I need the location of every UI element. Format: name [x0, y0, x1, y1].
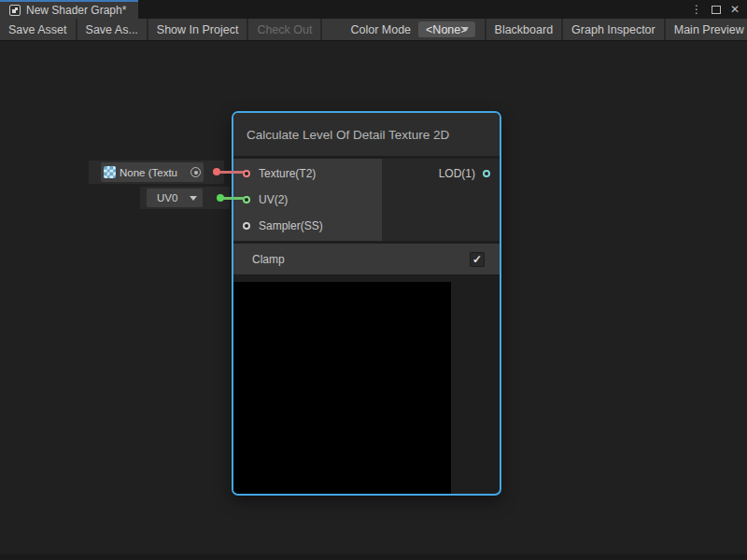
port-label: Sampler(SS)	[259, 219, 323, 232]
object-picker-icon[interactable]	[190, 167, 201, 177]
maximize-icon[interactable]	[712, 6, 721, 14]
clamp-checkbox[interactable]: ✓	[470, 252, 485, 267]
shader-graph-toolbar: Save Asset Save As... Show In Project Ch…	[0, 19, 747, 41]
node-divider	[233, 274, 500, 282]
tab-title: New Shader Graph*	[26, 4, 126, 17]
close-icon[interactable]: ✕	[730, 4, 740, 15]
port-row-sampler[interactable]: Sampler(SS)	[233, 213, 382, 239]
texture-field-value: None (Textu	[120, 167, 189, 178]
clamp-label: Clamp	[233, 253, 285, 266]
node-preview-area	[233, 282, 500, 494]
save-asset-button[interactable]: Save Asset	[0, 19, 76, 40]
shader-graph-asset-icon	[9, 5, 21, 16]
texture-object-field[interactable]: None (Textu	[101, 162, 204, 182]
uv-dropdown-value: UV0	[157, 192, 177, 203]
clamp-setting-row: Clamp ✓	[233, 244, 500, 274]
texture-connection-wire[interactable]	[219, 171, 244, 174]
port-row-uv[interactable]: UV(2)	[233, 187, 382, 213]
node-ports: Texture(T2) UV(2) Sampler(SS) LOD(1)	[233, 159, 500, 241]
port-row-texture[interactable]: Texture(T2)	[233, 161, 382, 187]
window-bottom-edge	[0, 554, 747, 560]
window-controls: ⋮ ✕	[691, 0, 747, 19]
chevron-down-icon	[461, 27, 469, 32]
uv-connection-wire[interactable]	[223, 197, 245, 200]
graph-inspector-toggle-button[interactable]: Graph Inspector	[563, 19, 664, 40]
tab-new-shader-graph[interactable]: New Shader Graph*	[0, 0, 138, 19]
output-ports: LOD(1)	[382, 159, 500, 241]
show-in-project-button[interactable]: Show In Project	[148, 19, 247, 40]
input-ports: Texture(T2) UV(2) Sampler(SS)	[233, 159, 382, 241]
input-port-sampler[interactable]	[243, 222, 250, 230]
color-mode-dropdown[interactable]: <None>	[418, 21, 474, 37]
chevron-down-icon	[190, 196, 197, 201]
output-port-lod[interactable]	[483, 170, 490, 177]
window-menu-icon[interactable]: ⋮	[691, 4, 702, 15]
blackboard-toggle-button[interactable]: Blackboard	[486, 19, 562, 40]
node-preview-margin	[451, 282, 500, 494]
window-titlebar: New Shader Graph* ⋮ ✕	[0, 0, 747, 19]
save-as-button[interactable]: Save As...	[78, 19, 147, 40]
main-preview-toggle-button[interactable]: Main Preview	[666, 19, 747, 40]
check-out-button: Check Out	[248, 19, 320, 40]
node-calculate-lod-texture2d[interactable]: Calculate Level Of Detail Texture 2D Tex…	[232, 111, 501, 496]
port-label: LOD(1)	[439, 167, 475, 180]
uv-channel-dropdown[interactable]: UV0	[147, 189, 203, 207]
node-preview-image	[233, 282, 451, 494]
texture-inline-widget: None (Textu	[89, 161, 224, 184]
node-title[interactable]: Calculate Level Of Detail Texture 2D	[233, 113, 500, 156]
texture-thumbnail-icon	[104, 166, 116, 178]
port-row-lod[interactable]: LOD(1)	[382, 161, 500, 187]
graph-canvas[interactable]: None (Textu UV0 Calculate Level Of Detai…	[0, 41, 747, 560]
port-label: Texture(T2)	[259, 167, 316, 180]
input-port-texture[interactable]	[243, 170, 250, 177]
port-label: UV(2)	[259, 193, 288, 206]
color-mode-label: Color Mode	[322, 19, 418, 40]
